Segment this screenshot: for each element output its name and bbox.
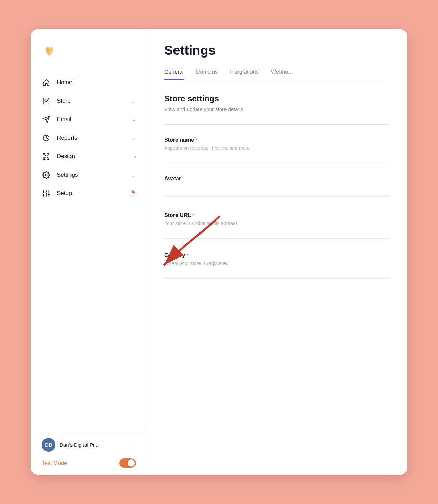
avatar-label: Avatar	[164, 176, 181, 182]
logo-area	[31, 43, 147, 73]
store-name-label: Store name	[164, 137, 194, 143]
design-chevron: ›	[134, 154, 136, 159]
store-url-label-row: Store URL *	[164, 212, 390, 218]
country-field: Country * Where your store is registered	[164, 252, 390, 279]
store-name-required: *	[195, 137, 197, 143]
setup-icon	[42, 189, 51, 198]
avatar-field: Avatar	[164, 176, 390, 197]
store-chevron: ⌄	[132, 99, 136, 104]
sidebar-item-store[interactable]: Store ⌄	[31, 92, 147, 110]
email-icon	[42, 115, 51, 124]
sidebar-label-design: Design	[57, 153, 134, 160]
settings-icon	[42, 171, 51, 179]
country-required: *	[186, 253, 188, 258]
workspace-menu-button[interactable]: ···	[129, 441, 136, 449]
store-name-hint: Appears on receipts, invoices, and more	[164, 145, 390, 151]
sidebar-item-reports[interactable]: Reports ⌄	[31, 129, 147, 147]
store-url-required: *	[192, 213, 194, 218]
svg-point-4	[45, 174, 47, 176]
workspace-name: Dan's Digital Pr...	[60, 442, 125, 448]
app-container: Home Store ⌄	[31, 29, 407, 475]
store-name-label-row: Store name *	[164, 137, 390, 143]
reports-icon	[42, 134, 51, 142]
sidebar-item-design[interactable]: Design ›	[31, 147, 147, 166]
country-label: Country	[164, 252, 185, 259]
sidebar-label-reports: Reports	[57, 135, 132, 141]
svg-point-0	[48, 49, 50, 51]
test-mode-toggle[interactable]	[119, 458, 136, 468]
avatar-label-row: Avatar	[164, 176, 390, 182]
setup-progress-badge	[128, 190, 136, 197]
sidebar: Home Store ⌄	[31, 29, 147, 475]
sidebar-bottom: DD Dan's Digital Pr... ··· Test Mode	[31, 431, 147, 475]
sidebar-item-email[interactable]: Email ⌄	[31, 110, 147, 129]
store-url-field: Store URL * Your store is visible at thi…	[164, 209, 390, 239]
store-settings-title: Store settings	[164, 94, 390, 103]
store-settings-subtitle: View and update your store details	[164, 106, 390, 112]
country-label-row: Country *	[164, 252, 390, 259]
sidebar-label-settings: Settings	[57, 172, 132, 178]
home-icon	[42, 78, 51, 87]
app-logo	[42, 43, 57, 58]
email-chevron: ⌄	[132, 117, 136, 122]
sidebar-item-settings[interactable]: Settings ⌄	[31, 166, 147, 184]
main-content: Settings General Domains Integrations We…	[147, 29, 407, 475]
toggle-knob	[128, 459, 135, 467]
sidebar-item-setup[interactable]: Setup	[31, 184, 147, 203]
tab-webhooks[interactable]: Webho...	[271, 69, 293, 80]
sidebar-label-setup: Setup	[57, 190, 128, 197]
country-hint: Where your store is registered	[164, 261, 390, 266]
workspace-avatar: DD	[42, 438, 55, 452]
sidebar-label-store: Store	[57, 98, 132, 104]
settings-chevron: ⌄	[132, 173, 136, 178]
store-url-hint: Your store is visible at this address	[164, 220, 390, 226]
test-mode-row: Test Mode	[42, 458, 136, 468]
store-icon	[42, 97, 51, 105]
tab-general[interactable]: General	[164, 69, 184, 80]
page-title: Settings	[164, 43, 390, 58]
sidebar-item-home[interactable]: Home	[31, 73, 147, 92]
store-name-field: Store name * Appears on receipts, invoic…	[164, 137, 390, 163]
sidebar-label-email: Email	[57, 116, 132, 123]
reports-chevron: ⌄	[132, 136, 136, 141]
store-url-label: Store URL	[164, 212, 191, 218]
workspace-row: DD Dan's Digital Pr... ···	[42, 438, 136, 452]
tabs-row: General Domains Integrations Webho...	[164, 69, 390, 80]
sidebar-label-home: Home	[57, 79, 136, 86]
tab-integrations[interactable]: Integrations	[230, 69, 259, 80]
test-mode-label: Test Mode	[42, 460, 67, 466]
tab-domains[interactable]: Domains	[196, 69, 218, 80]
nav-menu: Home Store ⌄	[31, 73, 147, 431]
store-settings-section: Store settings View and update your stor…	[164, 94, 390, 125]
design-icon	[42, 152, 51, 161]
